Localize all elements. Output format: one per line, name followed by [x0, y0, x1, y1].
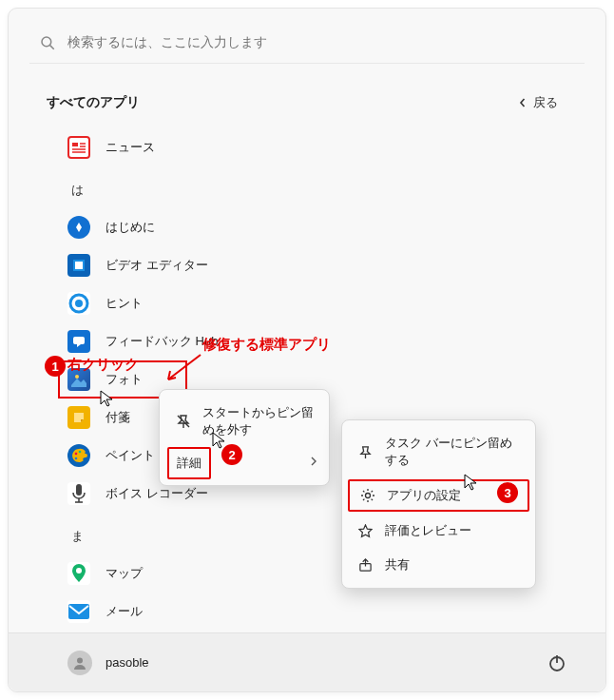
- user-name: pasoble: [106, 655, 149, 670]
- app-label: ビデオ エディター: [106, 257, 208, 274]
- svg-point-16: [75, 457, 78, 460]
- app-label: ヒント: [106, 295, 143, 312]
- svg-point-20: [76, 568, 82, 574]
- app-label: メール: [106, 603, 143, 620]
- cursor-icon: [98, 389, 117, 408]
- ctx-label: 詳細: [177, 455, 201, 472]
- hint-icon: [67, 292, 90, 315]
- app-mail[interactable]: メール: [67, 593, 567, 631]
- ctx-label: アプリの設定: [387, 487, 461, 504]
- ctx-unpin-start[interactable]: スタートからピン留めを外す: [160, 396, 329, 447]
- ctx-share[interactable]: 共有: [342, 548, 535, 582]
- star-icon: [357, 523, 374, 539]
- svg-line-1: [50, 45, 54, 49]
- chevron-right-icon: [310, 455, 317, 469]
- power-button[interactable]: [547, 652, 567, 673]
- search-input[interactable]: [67, 35, 575, 49]
- svg-rect-21: [68, 604, 89, 619]
- app-video-editor[interactable]: ビデオ エディター: [67, 246, 567, 284]
- feedback-icon: [67, 330, 90, 353]
- ctx-label: タスク バーにピン留めする: [385, 435, 520, 469]
- video-icon: [67, 254, 90, 277]
- apps-header: すべてのアプリ 戻る: [9, 71, 605, 128]
- avatar-icon: [67, 651, 92, 675]
- search-bar[interactable]: [29, 22, 585, 64]
- app-label: マップ: [106, 565, 143, 582]
- paint-icon: [67, 444, 90, 467]
- svg-point-11: [75, 300, 83, 307]
- search-icon: [39, 34, 56, 51]
- svg-marker-7: [76, 223, 82, 232]
- svg-point-0: [42, 37, 51, 47]
- pin-icon: [357, 444, 374, 460]
- svg-point-15: [79, 451, 82, 454]
- svg-point-28: [365, 494, 370, 498]
- app-hint[interactable]: ヒント: [67, 284, 567, 322]
- annotation-bubble-1: 1: [45, 356, 66, 377]
- footer-bar: pasoble: [9, 632, 605, 691]
- ctx-label: 評価とレビュー: [385, 522, 471, 539]
- chevron-left-icon: [518, 98, 528, 107]
- ctx-detail[interactable]: 詳細: [167, 447, 211, 479]
- app-hajimeni[interactable]: はじめに: [67, 208, 567, 246]
- user-account-button[interactable]: pasoble: [67, 651, 149, 675]
- context-menu-primary: スタートからピン留めを外す 詳細: [159, 389, 330, 486]
- map-pin-icon: [67, 562, 90, 585]
- app-label: ペイント: [106, 447, 155, 464]
- unpin-icon: [175, 414, 191, 430]
- ctx-label: 共有: [385, 556, 410, 574]
- sticky-note-icon: [67, 406, 90, 429]
- svg-rect-17: [76, 484, 82, 496]
- all-apps-title: すべてのアプリ: [47, 94, 140, 111]
- svg-rect-2: [72, 143, 78, 146]
- app-label: フィードバック Hub: [106, 333, 218, 350]
- share-icon: [357, 557, 374, 574]
- svg-point-22: [77, 657, 83, 663]
- ctx-pin-taskbar[interactable]: タスク バーにピン留めする: [342, 426, 535, 477]
- annotation-arrow: [161, 351, 208, 385]
- svg-point-13: [75, 375, 79, 379]
- mail-icon: [67, 600, 90, 623]
- back-button[interactable]: 戻る: [508, 90, 567, 115]
- compass-icon: [67, 216, 90, 239]
- context-menu-secondary: タスク バーにピン留めする アプリの設定 評価とレビュー 共有: [341, 419, 536, 589]
- cursor-icon: [210, 431, 229, 450]
- svg-rect-9: [75, 262, 83, 269]
- news-icon: [67, 136, 90, 159]
- app-label: ニュース: [106, 139, 155, 156]
- app-news[interactable]: ニュース: [67, 128, 567, 166]
- start-menu-window: すべてのアプリ 戻る ニュース は はじめに ビデオ エディタ: [8, 8, 606, 692]
- annotation-bubble-3: 3: [497, 482, 518, 503]
- back-label: 戻る: [533, 94, 558, 111]
- app-label: はじめに: [106, 219, 155, 236]
- cursor-icon: [462, 473, 481, 492]
- svg-point-14: [75, 453, 78, 456]
- annotation-repair-app: 修復する標準アプリ: [202, 336, 331, 354]
- ctx-review[interactable]: 評価とレビュー: [342, 514, 535, 548]
- letter-header-ha[interactable]: は: [67, 166, 567, 208]
- svg-rect-12: [73, 337, 85, 344]
- annotation-right-click: 右クリック: [67, 356, 139, 374]
- microphone-icon: [67, 482, 90, 505]
- app-label: 付箋: [106, 409, 130, 426]
- app-label: ボイス レコーダー: [106, 485, 208, 502]
- gear-icon: [359, 488, 375, 504]
